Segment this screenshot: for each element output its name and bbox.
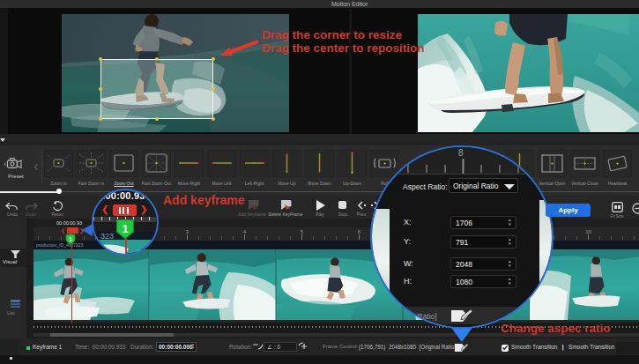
svg-text:1: 1: [69, 235, 73, 243]
svg-text:6: 6: [358, 229, 361, 234]
svg-text:4: 4: [243, 229, 247, 234]
svg-text:10: 10: [585, 229, 591, 234]
svg-text:5: 5: [301, 229, 304, 234]
svg-text:1: 1: [122, 222, 128, 235]
svg-text:3: 3: [186, 229, 189, 234]
